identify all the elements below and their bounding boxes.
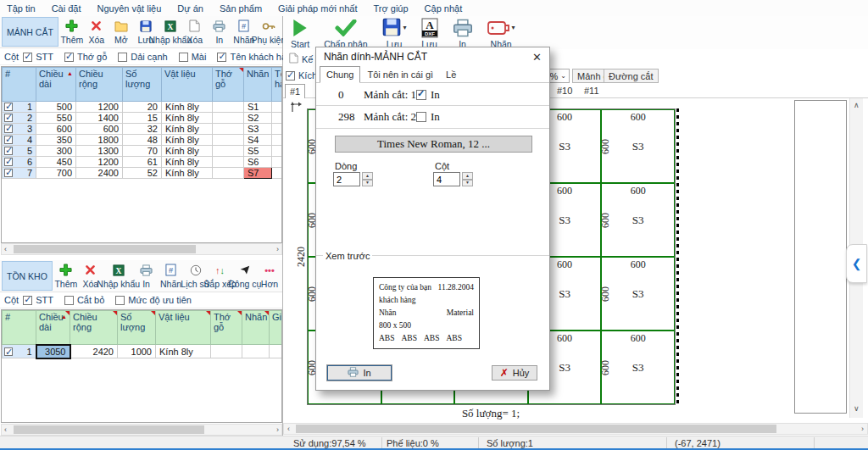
menu-settings[interactable]: Cài đặt [52,3,81,14]
accept-button[interactable]: Chấp nhận [324,17,367,49]
row-checkbox[interactable] [4,347,13,356]
label-stock-button[interactable]: #Nhãn [160,261,182,291]
row-checkbox[interactable] [4,169,13,177]
clear-button[interactable]: Xóa [184,17,206,47]
dialog-titlebar[interactable]: Nhãn dính-MẢNH CẮT ✕ [316,47,549,66]
tab-margins[interactable]: Lề [440,67,462,82]
more-button[interactable]: •••Hơn [259,261,281,291]
print-dialog-button[interactable]: In [327,365,392,381]
close-icon[interactable]: ✕ [532,51,542,64]
save-dxf-button[interactable]: ADXFLưu [421,17,438,49]
next-sheet-preview[interactable] [794,100,847,414]
add-stock-button[interactable]: Thêm [55,261,77,291]
col-header-material[interactable]: Vật liệu [162,68,213,102]
accessories-button[interactable]: Phụ kiện [258,17,280,47]
sheet-tab-11[interactable]: #11 [580,84,604,98]
option-priority[interactable]: Mức độ ưu tiên [115,295,192,305]
table-row[interactable]: 4350180048Kính 8lyS4 [3,135,283,146]
menu-materials[interactable]: Nguyên vật liệu [97,3,162,14]
menu-file[interactable]: Tập tin [7,3,36,14]
table-row[interactable]: 6450120061Kính 8lyS6 [3,157,283,168]
scroll-right-icon[interactable]: › [276,244,279,255]
print-layout-button[interactable]: In [453,17,473,49]
tab-general[interactable]: Chung [320,66,360,83]
col-header-width[interactable]: Chiều rộng [76,68,123,102]
sheet-tab-10[interactable]: #10 [553,84,576,98]
option-trim[interactable]: Cắt bỏ [64,295,104,305]
menu-products[interactable]: Sản phẩm [220,3,262,14]
cancel-dialog-button[interactable]: ✗ Hủy [492,365,537,381]
table-row[interactable]: 5300130070Kính 8lyS5 [3,146,283,157]
panel-expander[interactable]: ❮ [846,244,867,283]
col-header-item[interactable]: Tên hàng [272,68,283,102]
sheet-cell[interactable]: 600600S3 [601,331,675,404]
selected-cell[interactable]: 3050 [36,345,70,358]
stock-group-button[interactable]: TỒN KHO [2,261,53,291]
print-2d-checkbox[interactable]: In [416,110,440,124]
import-stock-button[interactable]: XNhập khẩu [104,261,133,291]
stock-table-hscrollbar[interactable]: ‹ › [1,424,282,436]
menu-latest-solution[interactable]: Giải pháp mới nhất [278,3,357,14]
rows-input[interactable] [333,172,360,186]
menu-project[interactable]: Dự án [177,3,203,14]
row-checkbox[interactable] [4,147,13,155]
spin-up-icon[interactable]: ▲ [462,172,473,180]
print-stock-button[interactable]: In [136,261,158,291]
table-row[interactable]: 2550140015Kính 8lyS2 [3,113,283,124]
col-header-label[interactable]: Nhãn [244,68,272,102]
col-header-length[interactable]: Chiều dài [36,311,70,345]
parts-group-button[interactable]: MẢNH CẮT [2,17,58,47]
col-header-qty[interactable]: Số lượng [118,311,156,345]
print-button[interactable]: In [209,17,231,47]
add-part-button[interactable]: Thêm [61,17,83,47]
save-result-button[interactable]: ▾Lưu [382,17,407,49]
scroll-right-icon[interactable]: › [276,425,279,436]
scroll-left-icon[interactable]: ‹ [287,424,290,435]
dropdown-caret-icon[interactable]: ▾ [512,24,515,31]
parts-table-hscrollbar[interactable]: ‹ › [1,243,282,255]
table-row[interactable]: 360060032Kính 8lyS3 [3,124,283,135]
row-checkbox[interactable] [4,136,13,144]
row-checkbox[interactable] [4,158,13,166]
option-dimensions[interactable]: Kích [286,70,317,81]
scroll-left-icon[interactable]: ‹ [4,425,7,436]
open-button[interactable]: Mở [110,17,132,47]
menu-update[interactable]: Cập nhật [425,3,463,14]
sheet-tab-1[interactable]: #1 [285,84,305,98]
scroll-right-icon[interactable]: › [861,424,864,435]
tab-what-to-print[interactable]: Tôi nên in cái gì [361,67,439,82]
col-header-material[interactable]: Vật liệu [156,311,211,345]
option-grinding[interactable]: Mài [179,52,207,62]
cols-input[interactable] [433,172,460,186]
scroll-down-icon[interactable]: ∨ [854,403,860,414]
start-button[interactable]: Start [291,17,309,49]
scrollbar-thumb[interactable] [14,425,204,434]
option-grain[interactable]: Thớ gỗ [64,52,107,62]
scrollbar-thumb[interactable] [296,425,776,433]
spin-up-icon[interactable]: ▲ [362,172,373,180]
option-stt[interactable]: STT [23,52,53,62]
sheet-cell[interactable]: 600600S3 [601,257,675,331]
col-header-width[interactable]: Chiều rộng [70,311,118,345]
menu-help[interactable]: Trợ giúp [374,3,409,14]
label-layout-button[interactable]: ▾Nhãn [487,17,515,49]
col-header-label[interactable]: Nhãn [242,311,270,345]
delete-part-button[interactable]: Xóa [86,17,108,47]
option-stt[interactable]: STT [23,295,53,305]
col-header-length[interactable]: Chiều dài [36,68,76,102]
row-checkbox[interactable] [4,114,13,122]
sheet-cell[interactable]: 600600S3 [601,109,675,183]
results-button[interactable]: Kế [286,51,316,67]
col-header-grain[interactable]: Thớ gỗ [211,311,242,345]
scroll-up-icon[interactable]: ∧ [854,100,860,111]
row-checkbox[interactable] [4,125,13,133]
scrollbar-thumb[interactable] [14,245,196,253]
dropdown-caret-icon[interactable]: ▾ [403,24,407,31]
print-1d-checkbox[interactable]: In [416,88,440,102]
col-header-num[interactable]: # [3,311,36,345]
import-button[interactable]: XNhập khẩu [159,17,181,47]
font-select-button[interactable]: Times New Roman, 12 ... [335,136,532,153]
selected-label-cell[interactable]: S7 [244,168,272,179]
row-checkbox[interactable] [4,103,13,111]
view-cutlines-button[interactable]: Đường cắt [604,69,659,83]
